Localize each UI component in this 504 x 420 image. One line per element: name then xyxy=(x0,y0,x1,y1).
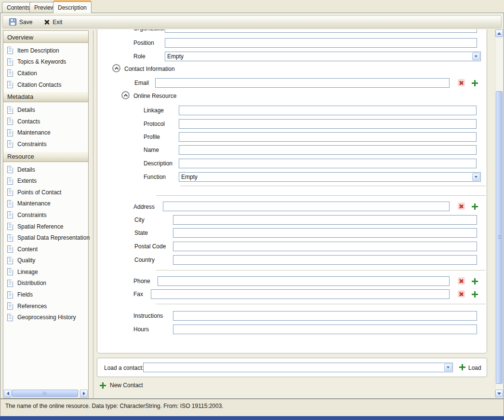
email-add-icon[interactable] xyxy=(472,80,478,86)
protocol-input[interactable] xyxy=(179,119,477,129)
exit-button[interactable]: Exit xyxy=(41,17,65,27)
linkage-input[interactable] xyxy=(179,106,477,115)
sidebar-item-metadata-maintenance[interactable]: Maintenance xyxy=(3,127,88,139)
save-button[interactable]: Save xyxy=(7,17,35,27)
organization-label: Organization xyxy=(133,29,166,32)
fax-input[interactable] xyxy=(151,289,450,299)
scroll-left-button[interactable] xyxy=(4,390,12,397)
scroll-right-button[interactable] xyxy=(80,390,88,397)
scroll-down-button[interactable] xyxy=(495,390,503,397)
fax-label: Fax xyxy=(133,291,143,298)
sidebar-item-references[interactable]: References xyxy=(3,300,88,312)
chevron-right-icon xyxy=(83,392,85,395)
phone-add-icon[interactable] xyxy=(472,278,478,285)
sidebar-item-metadata-details[interactable]: Details xyxy=(3,104,88,116)
postal-code-input[interactable] xyxy=(173,242,477,251)
vertical-scrollbar[interactable] xyxy=(495,29,503,398)
sidebar-item-contacts[interactable]: Contacts xyxy=(3,116,88,127)
sidebar-item-metadata-constraints[interactable]: Constraints xyxy=(3,138,88,150)
metadata-nav-sidebar: Overview Item Description Topics & Keywo… xyxy=(3,30,89,398)
sidebar-item-resource-maintenance[interactable]: Maintenance xyxy=(3,198,88,210)
tab-preview-label: Preview xyxy=(34,4,55,11)
address-remove-icon[interactable] xyxy=(458,203,465,210)
sidebar-item-item-description[interactable]: Item Description xyxy=(3,45,88,56)
page-icon xyxy=(7,166,13,173)
phone-input[interactable] xyxy=(158,276,450,286)
sidebar-item-spatial-reference[interactable]: Spatial Reference xyxy=(3,221,88,232)
page-icon xyxy=(7,268,13,275)
name-input[interactable] xyxy=(179,145,477,155)
function-dropdown-button[interactable] xyxy=(472,173,480,181)
contact-information-collapse-button[interactable] xyxy=(112,64,120,72)
country-input[interactable] xyxy=(173,255,477,265)
email-label: Email xyxy=(134,80,149,86)
organization-input[interactable] xyxy=(165,29,477,33)
address-add-icon[interactable] xyxy=(472,203,478,210)
save-icon xyxy=(9,18,16,26)
sidebar-section-overview-title: Overview xyxy=(7,34,33,41)
scroll-up-button[interactable] xyxy=(495,29,503,37)
function-select[interactable]: Empty xyxy=(179,172,481,182)
sidebar-item-distribution[interactable]: Distribution xyxy=(3,278,88,289)
load-button[interactable]: Load xyxy=(468,365,481,371)
role-select[interactable]: Empty xyxy=(165,52,481,61)
state-input[interactable] xyxy=(173,228,477,238)
page-icon xyxy=(7,280,13,287)
sidebar-item-citation[interactable]: Citation xyxy=(3,68,88,79)
load-contact-dropdown-button[interactable] xyxy=(444,364,452,371)
page-icon xyxy=(7,211,13,218)
position-input[interactable] xyxy=(165,38,477,48)
sidebar-horizontal-scrollbar[interactable] xyxy=(4,390,88,397)
tab-description[interactable]: Description xyxy=(53,0,92,13)
sidebar-item-geoprocessing-history[interactable]: Geoprocessing History xyxy=(3,312,88,323)
function-selected-value: Empty xyxy=(179,174,472,180)
contact-editor-scroll-area: Organization Position Role Empty Contact… xyxy=(94,29,495,398)
country-label: Country xyxy=(134,257,155,263)
sidebar-item-citation-contacts[interactable]: Citation Contacts xyxy=(3,79,88,91)
new-contact-button[interactable]: New Contact xyxy=(100,382,143,389)
sidebar-item-fields[interactable]: Fields xyxy=(3,289,88,300)
horizontal-scroll-thumb[interactable] xyxy=(12,390,78,397)
load-contact-panel: Load a contact: Load xyxy=(97,358,487,377)
phone-remove-icon[interactable] xyxy=(458,277,465,285)
save-button-label: Save xyxy=(19,19,32,26)
sidebar-item-label: Extents xyxy=(17,177,37,184)
sidebar-item-spatial-data-representation[interactable]: Spatial Data Representation xyxy=(3,232,88,244)
sidebar-section-resource: Resource xyxy=(3,151,88,162)
sidebar-item-resource-details[interactable]: Details xyxy=(3,164,88,176)
chevron-down-icon xyxy=(475,55,477,57)
email-remove-icon[interactable] xyxy=(458,79,465,86)
sidebar-item-content[interactable]: Content xyxy=(3,244,88,255)
address-label: Address xyxy=(133,203,155,210)
sidebar-item-extents[interactable]: Extents xyxy=(3,175,88,187)
position-label: Position xyxy=(133,40,154,46)
chevron-down-icon xyxy=(447,366,450,368)
vertical-scroll-thumb[interactable] xyxy=(496,91,503,384)
sidebar-item-label: References xyxy=(17,303,47,310)
address-input[interactable] xyxy=(163,202,450,211)
load-plus-icon[interactable] xyxy=(459,364,465,370)
online-resource-collapse-button[interactable] xyxy=(121,91,130,99)
email-input[interactable] xyxy=(155,78,450,88)
sidebar-item-resource-constraints[interactable]: Constraints xyxy=(3,209,88,221)
load-contact-select[interactable] xyxy=(143,363,453,372)
divider xyxy=(156,304,486,304)
sidebar-item-topics-keywords[interactable]: Topics & Keywords xyxy=(3,56,88,68)
city-input[interactable] xyxy=(173,215,477,225)
sidebar-item-label: Maintenance xyxy=(17,200,51,207)
sidebar-item-points-of-contact[interactable]: Points of Contact xyxy=(3,187,88,198)
sidebar-section-overview: Overview xyxy=(3,32,88,43)
instructions-input[interactable] xyxy=(173,311,477,321)
page-icon xyxy=(7,129,13,136)
sidebar-item-label: Topics & Keywords xyxy=(17,58,66,65)
description-input[interactable] xyxy=(179,159,477,168)
sidebar-item-quality[interactable]: Quality xyxy=(3,255,88,267)
page-icon xyxy=(7,314,13,321)
page-icon xyxy=(7,177,13,185)
profile-input[interactable] xyxy=(179,132,477,142)
role-dropdown-button[interactable] xyxy=(472,53,480,60)
sidebar-item-lineage[interactable]: Lineage xyxy=(3,266,88,278)
fax-add-icon[interactable] xyxy=(472,291,478,298)
hours-input[interactable] xyxy=(173,325,477,334)
fax-remove-icon[interactable] xyxy=(458,290,465,298)
